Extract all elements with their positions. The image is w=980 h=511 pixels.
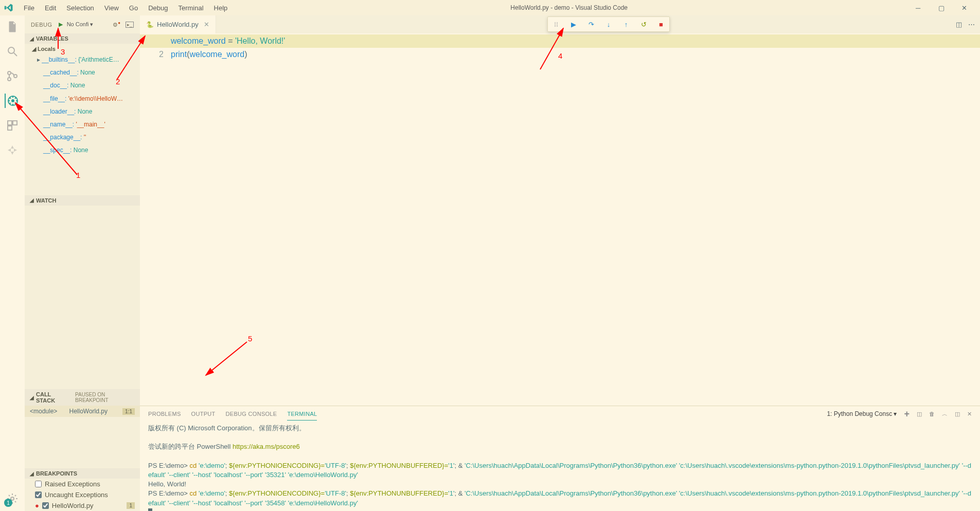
svg-point-3 — [8, 78, 11, 81]
menu-edit[interactable]: Edit — [41, 2, 60, 14]
split-terminal-button[interactable]: ◫ — [917, 411, 922, 417]
window-controls: ─ ▢ ✕ — [906, 0, 976, 15]
maximize-button[interactable]: ▢ — [930, 0, 953, 15]
menu-file[interactable]: File — [20, 2, 39, 14]
var-builtins[interactable]: ▸ __builtins__: {'ArithmeticE… — [25, 53, 140, 66]
panel-tab-output[interactable]: OUTPUT — [191, 408, 216, 420]
bottom-panel: PROBLEMS OUTPUT DEBUG CONSOLE TERMINAL 1… — [140, 406, 980, 511]
debug-activity-icon[interactable] — [5, 94, 19, 108]
menu-debug[interactable]: Debug — [144, 2, 172, 14]
terminal-cursor — [148, 508, 152, 511]
svg-point-6 — [11, 99, 14, 102]
panel-tab-problems[interactable]: PROBLEMS — [148, 408, 181, 420]
var-spec[interactable]: __spec__: None — [25, 144, 140, 157]
editor-body[interactable]: 1 2 welcome_word = 'Hello, World!' print… — [140, 33, 980, 406]
breakpoint-gutter[interactable] — [140, 33, 150, 406]
panel-tabs: PROBLEMS OUTPUT DEBUG CONSOLE TERMINAL 1… — [140, 406, 980, 422]
menu-terminal[interactable]: Terminal — [174, 2, 207, 14]
bp-file-checkbox[interactable] — [42, 502, 49, 509]
extensions-icon[interactable] — [5, 118, 20, 133]
svg-point-0 — [8, 47, 14, 53]
panel-tab-debug-console[interactable]: DEBUG CONSOLE — [226, 408, 277, 420]
bp-raised-exceptions[interactable]: Raised Exceptions — [25, 479, 140, 489]
debug-settings-icon[interactable]: ⚙● — [113, 21, 120, 28]
restart-button[interactable]: ↺ — [638, 19, 649, 29]
close-window-button[interactable]: ✕ — [953, 0, 976, 15]
debug-config-select[interactable]: No Confi ▾ — [67, 21, 94, 28]
bp-file[interactable]: ● HelloWorld.py1 — [25, 500, 140, 511]
svg-rect-9 — [8, 126, 12, 130]
title-bar: File Edit Selection View Go Debug Termin… — [0, 0, 980, 15]
menu-go[interactable]: Go — [125, 2, 142, 14]
terminal-body[interactable]: 版权所有 (C) Microsoft Corporation。保留所有权利。 尝… — [140, 422, 980, 511]
close-panel-button[interactable]: ✕ — [967, 411, 972, 417]
watch-section-header[interactable]: ◢ WATCH — [25, 195, 140, 206]
minimize-button[interactable]: ─ — [906, 0, 930, 15]
menu-view[interactable]: View — [100, 2, 123, 14]
tab-label: HelloWorld.py — [157, 21, 199, 28]
tab-close-button[interactable]: ✕ — [204, 21, 209, 28]
line-number-gutter: 1 2 — [150, 33, 171, 406]
panel-tab-terminal[interactable]: TERMINAL — [287, 408, 317, 421]
bp-raised-checkbox[interactable] — [35, 481, 42, 487]
svg-rect-7 — [8, 121, 12, 125]
svg-point-2 — [8, 71, 11, 75]
python-file-icon: 🐍 — [146, 21, 154, 28]
step-into-button[interactable]: ↓ — [603, 19, 614, 29]
step-out-button[interactable]: ↑ — [621, 19, 631, 29]
editor-area: 🐍 HelloWorld.py ✕ ◫ ⋯ 1 2 welcome_word =… — [140, 15, 980, 511]
settings-badge: 1 — [4, 499, 12, 507]
variables-section-header[interactable]: ◢ VARIABLES — [25, 33, 140, 44]
var-file[interactable]: __file__: 'e:\\demo\\HelloW… — [25, 93, 140, 105]
var-package[interactable]: __package__: '' — [25, 131, 140, 144]
debug-toolbar[interactable]: ⁞⁞ ▶ ↷ ↓ ↑ ↺ ■ — [547, 16, 670, 32]
terminal-up-button[interactable]: ︿ — [942, 410, 948, 418]
debug-console-icon[interactable]: ▸_ — [126, 22, 134, 28]
svg-line-1 — [14, 53, 17, 56]
continue-button[interactable]: ▶ — [568, 19, 579, 29]
code-content[interactable]: welcome_word = 'Hello, World!' print(wel… — [171, 33, 980, 406]
locals-header[interactable]: ◢ Locals — [25, 45, 140, 53]
var-loader[interactable]: __loader__: None — [25, 105, 140, 118]
debug-title: DEBUG — [31, 22, 52, 28]
breakpoints-section-header[interactable]: ◢ BREAKPOINTS — [25, 468, 140, 479]
menu-bar: File Edit Selection View Go Debug Termin… — [20, 2, 231, 14]
split-editor-icon[interactable]: ◫ — [956, 21, 962, 28]
kill-terminal-button[interactable]: 🗑 — [929, 411, 935, 417]
menu-selection[interactable]: Selection — [62, 2, 98, 14]
step-over-button[interactable]: ↷ — [586, 19, 596, 29]
code-line-1[interactable]: welcome_word = 'Hello, World!' — [171, 34, 980, 48]
activity-bar: 1 — [0, 15, 25, 511]
stop-button[interactable]: ■ — [656, 19, 666, 29]
start-debug-button[interactable]: ▶ — [59, 21, 63, 28]
var-doc[interactable]: __doc__: None — [25, 79, 140, 92]
tab-helloworld[interactable]: 🐍 HelloWorld.py ✕ — [140, 15, 216, 33]
svg-rect-8 — [13, 121, 17, 125]
var-cached[interactable]: __cached__: None — [25, 66, 140, 79]
maximize-panel-button[interactable]: ◫ — [955, 411, 960, 417]
more-actions-icon[interactable]: ⋯ — [968, 21, 975, 28]
terminal-select[interactable]: 1: Python Debug Consc ▾ — [827, 410, 897, 417]
explorer-icon[interactable] — [5, 20, 20, 34]
debug-header: DEBUG ▶ No Confi ▾ ⚙● ▸_ — [25, 15, 140, 33]
menu-help[interactable]: Help — [210, 2, 232, 14]
new-terminal-button[interactable]: + — [904, 409, 910, 419]
bp-uncaught-checkbox[interactable] — [35, 491, 42, 498]
scm-icon[interactable] — [5, 69, 20, 83]
search-icon[interactable] — [5, 44, 20, 59]
debug-sidebar: DEBUG ▶ No Confi ▾ ⚙● ▸_ ◢ VARIABLES ◢ L… — [25, 15, 140, 511]
window-title: HelloWorld.py - demo - Visual Studio Cod… — [231, 4, 906, 11]
var-name[interactable]: __name__: '__main__' — [25, 118, 140, 131]
misc-icon[interactable] — [5, 143, 20, 157]
vscode-logo-icon — [4, 3, 13, 12]
callstack-frame[interactable]: <module> HelloWorld.py 1:1 — [25, 406, 140, 417]
code-line-2[interactable]: print(welcome_word) — [171, 48, 980, 61]
breakpoint-dot[interactable] — [142, 36, 148, 43]
bp-uncaught-exceptions[interactable]: Uncaught Exceptions — [25, 489, 140, 500]
drag-handle-icon[interactable]: ⁞⁞ — [551, 19, 561, 29]
callstack-section-header[interactable]: ◢ CALL STACKPAUSED ON BREAKPOINT — [25, 389, 140, 406]
